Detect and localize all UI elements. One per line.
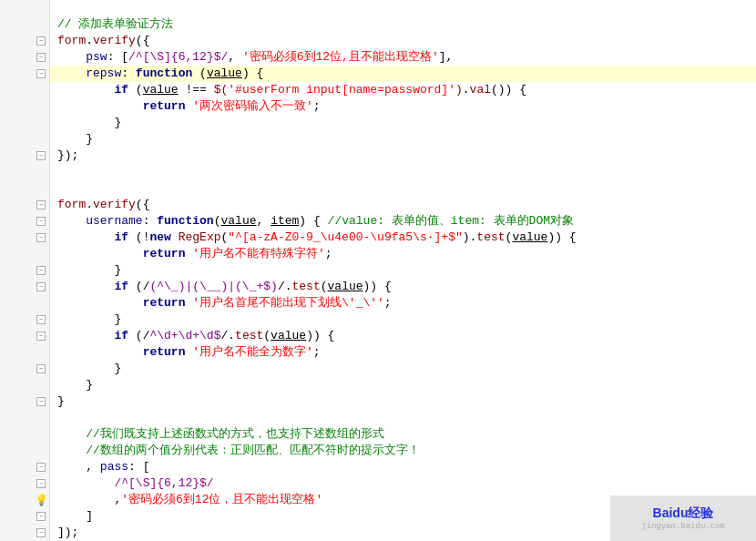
code-line (50, 164, 756, 180)
gutter-icon-row: − (33, 361, 49, 377)
code-line: form.verify({ (50, 33, 756, 49)
code-line: if (value !== $('#userForm input[name=pa… (50, 82, 756, 98)
code-line: //我们既支持上述函数式的方式，也支持下述数组的形式 (50, 426, 756, 443)
code-line (50, 410, 756, 426)
code-line: // 添加表单验证方法 (50, 16, 756, 33)
gutter-icons: −−−−−−−−−−−−−−−💡−− (33, 0, 49, 541)
collapse-arrow-icon[interactable]: − (36, 151, 46, 160)
code-line: /^[\S]{6,12}$/ (50, 475, 756, 492)
gutter-icon-row: − (33, 459, 49, 475)
collapse-arrow-icon[interactable]: − (36, 36, 46, 46)
gutter: −−−−−−−−−−−−−−−💡−− (0, 0, 50, 541)
gutter-icon-row: − (33, 475, 49, 492)
code-line: repsw: function (value) { (50, 66, 756, 82)
collapse-arrow-icon[interactable]: − (36, 53, 46, 62)
code-area: // 添加表单验证方法form.verify({ psw: [/^[\S]{6,… (50, 0, 756, 541)
gutter-icon-row (33, 16, 49, 33)
code-line: } (50, 377, 756, 393)
gutter-icon-row: − (33, 230, 49, 246)
collapse-arrow-icon[interactable]: − (36, 364, 46, 373)
baidu-sub: jingyan.baidu.com (641, 522, 725, 531)
watermark: Baidu经验 jingyan.baidu.com (610, 495, 756, 541)
code-line: if (!new RegExp("^[a-zA-Z0-9_\u4e00-\u9f… (50, 230, 756, 246)
gutter-icon-row: − (33, 525, 49, 541)
collapse-arrow-icon[interactable]: − (36, 315, 46, 324)
collapse-arrow-icon[interactable]: − (36, 266, 46, 275)
gutter-icon-row: − (33, 66, 49, 82)
collapse-arrow-icon[interactable]: − (36, 200, 46, 209)
collapse-arrow-icon[interactable]: − (36, 463, 46, 472)
gutter-icon-row (33, 131, 49, 148)
collapse-arrow-icon[interactable]: − (36, 69, 46, 78)
gutter-icon-row (33, 164, 49, 180)
gutter-icon-row (33, 295, 49, 311)
code-line: } (50, 361, 756, 377)
gutter-icon-row: − (33, 197, 49, 213)
code-line: }); (50, 148, 756, 164)
gutter-icon-row (33, 443, 49, 459)
code-line: form.verify({ (50, 197, 756, 213)
baidu-logo: Baidu经验 (653, 505, 714, 522)
gutter-icon-row: − (33, 262, 49, 279)
collapse-arrow-icon[interactable]: − (36, 282, 46, 291)
code-line (50, 180, 756, 197)
gutter-icon-row (33, 344, 49, 361)
gutter-icon-row (33, 180, 49, 197)
code-line: psw: [/^[\S]{6,12}$/, '密码必须6到12位,且不能出现空格… (50, 49, 756, 66)
gutter-icon-row: − (33, 328, 49, 344)
gutter-icon-row (33, 377, 49, 393)
gutter-icon-row: − (33, 148, 49, 164)
gutter-icon-row: − (33, 49, 49, 66)
collapse-arrow-icon[interactable]: − (36, 479, 46, 488)
gutter-icon-row: 💡 (33, 492, 49, 508)
collapse-arrow-icon[interactable]: − (36, 332, 46, 341)
main-container: −−−−−−−−−−−−−−−💡−− // 添加表单验证方法form.verif… (0, 0, 756, 541)
code-line: } (50, 131, 756, 148)
gutter-icon-row: − (33, 213, 49, 230)
collapse-arrow-icon[interactable]: − (36, 528, 46, 537)
code-line: , pass: [ (50, 459, 756, 475)
code-line (50, 0, 756, 16)
code-line: } (50, 115, 756, 131)
gutter-icon-row: − (33, 33, 49, 49)
gutter-icon-row (33, 0, 49, 16)
code-line: return '用户名不能全为数字'; (50, 344, 756, 361)
code-line: if (/^\d+\d+\d$/.test(value)) { (50, 328, 756, 344)
collapse-arrow-icon[interactable]: − (36, 217, 46, 226)
code-line: return '用户名不能有特殊字符'; (50, 246, 756, 262)
gutter-icon-row: − (33, 279, 49, 295)
code-line: if (/(^\_)|(\__)|(\_+$)/.test(value)) { (50, 279, 756, 295)
code-lines: // 添加表单验证方法form.verify({ psw: [/^[\S]{6,… (50, 0, 756, 541)
code-line: } (50, 393, 756, 410)
collapse-arrow-icon[interactable]: − (36, 233, 46, 242)
gutter-icon-row: − (33, 508, 49, 525)
gutter-icon-row (33, 426, 49, 443)
gutter-icon-row (33, 98, 49, 115)
gutter-icon-row (33, 246, 49, 262)
code-line: return '用户名首尾不能出现下划线\'_\''; (50, 295, 756, 311)
gutter-icon-row (33, 410, 49, 426)
code-line: username: function(value, item) { //valu… (50, 213, 756, 230)
gutter-icon-row (33, 82, 49, 98)
code-line: return '两次密码输入不一致'; (50, 98, 756, 115)
collapse-arrow-icon[interactable]: − (36, 512, 46, 521)
bulb-icon[interactable]: 💡 (35, 494, 48, 507)
collapse-arrow-icon[interactable]: − (36, 397, 46, 406)
gutter-icon-row (33, 115, 49, 131)
code-line: //数组的两个值分别代表：正则匹配、匹配不符时的提示文字！ (50, 443, 756, 459)
gutter-icon-row: − (33, 393, 49, 410)
gutter-icon-row: − (33, 311, 49, 328)
code-line: } (50, 311, 756, 328)
code-line: } (50, 262, 756, 279)
